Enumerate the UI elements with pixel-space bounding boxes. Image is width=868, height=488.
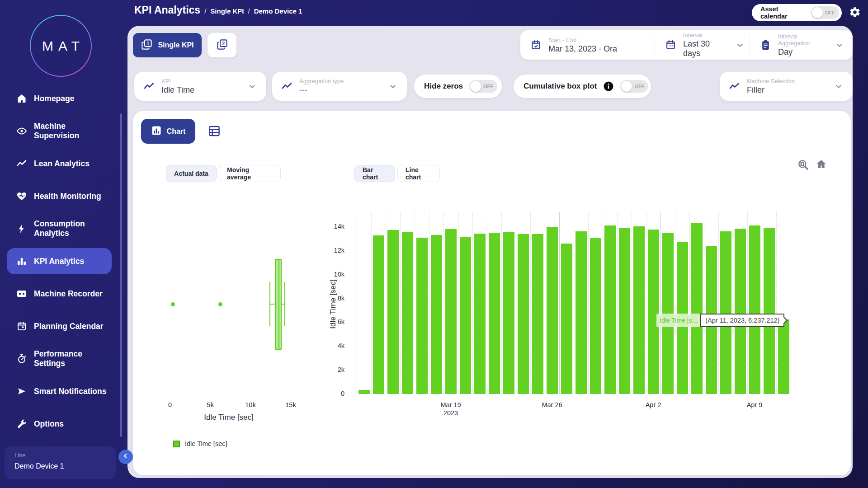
barchart-y-tick: 2k <box>317 366 344 373</box>
breadcrumb-single-kpi[interactable]: Single KPI <box>210 7 244 15</box>
reset-home-icon[interactable] <box>815 158 827 170</box>
sidebar-item-label: Smart Notifications <box>34 387 107 396</box>
chip-actual-data[interactable]: Actual data <box>166 165 217 182</box>
bar[interactable] <box>518 234 529 394</box>
aggregation-type-select[interactable]: Aggregation type --- <box>272 72 407 101</box>
info-icon[interactable] <box>603 81 614 92</box>
machine-selection-select[interactable]: Machine Selection Filler <box>720 72 853 101</box>
chip-line-chart[interactable]: Line chart <box>397 165 440 182</box>
chevron-down-icon[interactable] <box>735 40 745 50</box>
bar[interactable] <box>576 231 587 394</box>
kpi-value: Idle Time <box>161 85 241 95</box>
bar[interactable] <box>489 233 500 394</box>
asset-calendar-toggle-pill[interactable]: Asset calendar OFF <box>752 4 842 21</box>
bar[interactable] <box>387 230 399 394</box>
gridline <box>472 212 473 394</box>
bar[interactable] <box>373 235 384 394</box>
sidebar-item-options[interactable]: Options <box>7 408 112 440</box>
sidebar-item-performance-settings[interactable]: Performance Settings <box>7 343 112 375</box>
sidebar-scrollbar[interactable] <box>120 113 122 437</box>
chevron-down-icon[interactable] <box>835 40 844 50</box>
stopwatch-icon <box>16 353 27 364</box>
device-card[interactable]: Line Demo Device 1 <box>5 446 116 479</box>
chevron-down-icon[interactable] <box>388 81 398 91</box>
bar[interactable] <box>778 319 789 394</box>
toggle-knob <box>812 7 823 18</box>
bar[interactable] <box>619 228 630 394</box>
boxplot-x-tick: 15k <box>270 401 311 409</box>
sidebar-item-homepage[interactable]: Homepage <box>7 82 112 115</box>
sidebar-item-machine-recorder[interactable]: Machine Recorder <box>7 277 112 310</box>
bar[interactable] <box>691 223 703 394</box>
interval-aggregation-select[interactable]: Interval Aggregation Day <box>750 30 853 60</box>
single-kpi-icon: 1 <box>141 38 153 52</box>
bar[interactable] <box>561 244 572 394</box>
sidebar-item-kpi-analytics[interactable]: KPI Analytics <box>7 248 112 274</box>
chip-moving-average[interactable]: Moving average <box>219 165 281 182</box>
aggregation-type-label: Aggregation type <box>299 78 381 84</box>
home-icon <box>16 93 27 104</box>
sidebar: MAT HomepageMachine SupervisionLean Anal… <box>0 0 127 488</box>
tab-single-kpi[interactable]: 1 Single KPI <box>133 33 202 57</box>
tab-multi-kpi[interactable]: 2 <box>208 33 236 57</box>
machine-selection-value: Filler <box>747 85 827 95</box>
gridline <box>776 212 777 394</box>
sidebar-item-planning-calendar[interactable]: Planning Calendar <box>7 310 112 343</box>
sidebar-item-health-monitoring[interactable]: Health Monitoring <box>7 180 112 212</box>
bar[interactable] <box>590 238 601 394</box>
box-outlier-point[interactable] <box>218 302 222 306</box>
kpi-select[interactable]: KPI Idle Time <box>134 72 266 101</box>
sidebar-item-smart-notifications[interactable]: Smart Notifications <box>7 375 112 408</box>
bar[interactable] <box>416 238 428 394</box>
aggregation-type-value: --- <box>299 85 381 95</box>
interval-select[interactable]: Interval Last 30 days <box>655 30 750 60</box>
chevron-down-icon[interactable] <box>834 81 844 91</box>
asset-calendar-toggle[interactable]: OFF <box>811 6 839 19</box>
hide-zeros-toggle[interactable]: OFF <box>469 80 497 93</box>
bar[interactable] <box>402 232 413 394</box>
sidebar-item-lean-analytics[interactable]: Lean Analytics <box>7 147 112 180</box>
sidebar-item-label: Options <box>34 419 107 429</box>
box-whisker-line <box>270 304 275 305</box>
bar[interactable] <box>431 235 442 394</box>
sidebar-item-consumption-analytics[interactable]: Consumption Analytics <box>7 212 112 245</box>
barchart-y-tick: 4k <box>317 342 344 349</box>
zoom-icon[interactable] <box>797 159 809 171</box>
bar[interactable] <box>604 225 616 394</box>
bar[interactable] <box>547 227 558 394</box>
bar[interactable] <box>503 232 514 394</box>
breadcrumb-separator: / <box>248 7 250 15</box>
table-view-icon[interactable] <box>206 123 223 140</box>
toggle-state: OFF <box>825 10 835 15</box>
bar-chart-icon <box>16 256 27 267</box>
bar[interactable] <box>460 237 471 394</box>
bar[interactable] <box>445 229 457 394</box>
cumulative-box-plot-card: Cumulative box plot OFF <box>514 75 651 98</box>
chip-bar-chart[interactable]: Bar chart <box>354 165 395 182</box>
settings-gear-icon[interactable] <box>849 6 861 18</box>
bar[interactable] <box>648 230 659 394</box>
chevron-down-icon[interactable] <box>247 81 257 91</box>
legend-item[interactable]: Idle Time [sec] <box>173 440 227 447</box>
sidebar-item-label: Homepage <box>34 94 107 103</box>
bar[interactable] <box>749 225 760 394</box>
breadcrumb: KPI Analytics / Single KPI / Demo Device… <box>134 4 302 16</box>
bar[interactable] <box>735 229 746 394</box>
bar[interactable] <box>532 234 543 394</box>
barchart-x-tick: Apr 2 <box>633 401 674 409</box>
start-end-picker[interactable]: Start - End Mar 13, 2023 - Ora <box>520 30 655 60</box>
box-outlier-point[interactable] <box>171 302 175 306</box>
gridline <box>617 212 618 394</box>
tab-chart[interactable]: Chart <box>141 119 195 144</box>
boxplot-x-tick: 5k <box>190 401 231 409</box>
cumulative-box-plot-toggle[interactable]: OFF <box>620 80 648 93</box>
sidebar-item-machine-supervision[interactable]: Machine Supervision <box>7 115 112 147</box>
bar[interactable] <box>359 390 370 394</box>
mat-logo-text: MAT <box>31 16 91 76</box>
bar[interactable] <box>720 231 731 394</box>
bar[interactable] <box>764 228 775 394</box>
bar[interactable] <box>474 234 486 394</box>
sidebar-collapse-button[interactable] <box>118 450 133 464</box>
breadcrumb-device[interactable]: Demo Device 1 <box>254 7 302 15</box>
bar[interactable] <box>633 226 645 394</box>
